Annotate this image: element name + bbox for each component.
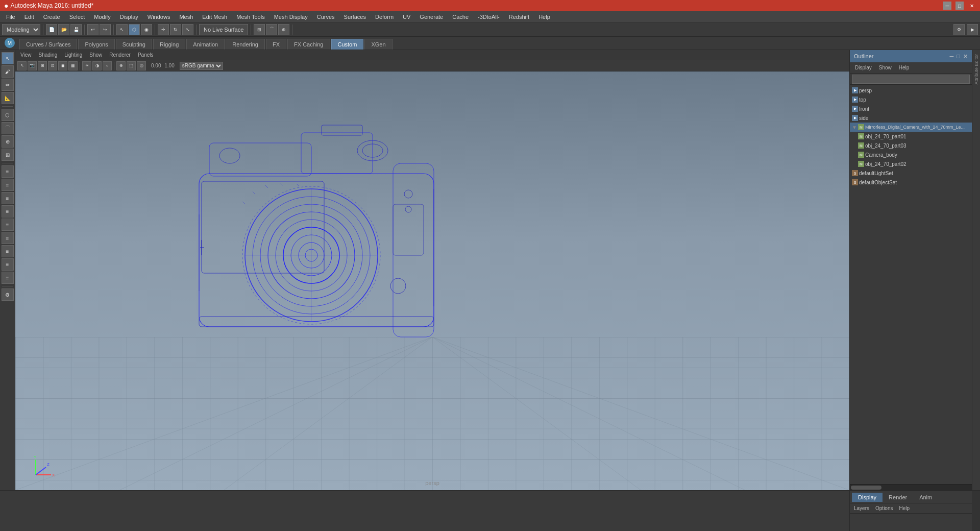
- menu-mesh-tools[interactable]: Mesh Tools: [232, 13, 268, 21]
- new-file-button[interactable]: 📄: [46, 24, 57, 35]
- panel-close-btn[interactable]: ✕: [963, 53, 968, 60]
- outliner-item-default-light-set[interactable]: S defaultLightSet: [850, 168, 972, 178]
- outliner-item-front[interactable]: ▶ front: [850, 104, 972, 113]
- panel-minimize-btn[interactable]: ─: [950, 53, 954, 60]
- viewport-menu-view[interactable]: View: [17, 52, 35, 58]
- menu-windows[interactable]: Windows: [143, 13, 175, 21]
- layer4[interactable]: ≡: [2, 205, 14, 218]
- menu-deform[interactable]: Deform: [371, 13, 398, 21]
- lasso-select-button[interactable]: ⬡: [129, 24, 140, 35]
- vp-select-btn[interactable]: ↖: [17, 61, 27, 70]
- outliner-item-part01[interactable]: M obj_24_70_part01: [850, 132, 972, 141]
- dp-menu-options[interactable]: Options: [873, 505, 895, 511]
- select-tool[interactable]: ↖: [2, 52, 14, 64]
- menu-cache[interactable]: Cache: [448, 13, 473, 21]
- outliner-item-persp[interactable]: ▶ persp: [850, 86, 972, 95]
- menu-redshift[interactable]: Redshift: [505, 13, 533, 21]
- outliner-item-part03[interactable]: M obj_24_70_part03: [850, 141, 972, 150]
- vp-frame-btn[interactable]: ⬚: [127, 61, 136, 70]
- vp-shadow-btn[interactable]: ◑: [92, 61, 102, 70]
- menu-edit-mesh[interactable]: Edit Mesh: [198, 13, 231, 21]
- snap-curve-button[interactable]: ⌒: [266, 24, 277, 35]
- dp-tab-render[interactable]: Render: [883, 493, 913, 502]
- menu-uv[interactable]: UV: [399, 13, 414, 21]
- workspace-dropdown[interactable]: Modeling: [2, 24, 40, 35]
- layer2[interactable]: ≡: [2, 179, 14, 191]
- move-tool-button[interactable]: ✛: [158, 24, 169, 35]
- layer9[interactable]: ≡: [2, 272, 14, 284]
- outliner-menu-display[interactable]: Display: [852, 64, 875, 71]
- save-file-button[interactable]: 💾: [70, 24, 82, 35]
- outliner-item-part02[interactable]: M obj_24_70_part02: [850, 159, 972, 168]
- undo-button[interactable]: ↩: [87, 24, 99, 35]
- dp-tab-display[interactable]: Display: [852, 493, 883, 502]
- colorspace-select[interactable]: sRGB gamma: [180, 62, 223, 70]
- outliner-menu-help[interactable]: Help: [896, 64, 913, 71]
- surface-tool[interactable]: ⊕: [2, 135, 14, 148]
- vp-manip-btn[interactable]: ⊕: [116, 61, 126, 70]
- vp-wire-btn[interactable]: ⊡: [48, 61, 57, 70]
- snap-grid-button[interactable]: ⊞: [254, 24, 265, 35]
- outliner-item-camera-model[interactable]: ▼ M Mirrorless_Digital_Camera_with_24_70…: [850, 123, 972, 132]
- tab-animation[interactable]: Animation: [186, 39, 225, 50]
- outliner-item-side[interactable]: ▶ side: [850, 113, 972, 123]
- sculpt-tool[interactable]: ✏: [2, 79, 14, 91]
- paint-select-button[interactable]: ◉: [141, 24, 152, 35]
- layer8[interactable]: ≡: [2, 258, 14, 271]
- tab-rigging[interactable]: Rigging: [153, 39, 185, 50]
- paint-tool[interactable]: 🖌: [2, 65, 14, 78]
- minimize-button[interactable]: ─: [943, 2, 951, 10]
- tab-rendering[interactable]: Rendering: [226, 39, 265, 50]
- close-button[interactable]: ✕: [968, 2, 976, 10]
- menu-modify[interactable]: Modify: [90, 13, 114, 21]
- tab-polygons[interactable]: Polygons: [78, 39, 114, 50]
- menu-create[interactable]: Create: [39, 13, 64, 21]
- tab-custom[interactable]: Custom: [331, 39, 364, 50]
- menu-generate[interactable]: Generate: [415, 13, 447, 21]
- vp-solid-btn[interactable]: ◼: [58, 61, 67, 70]
- menu-file[interactable]: File: [2, 13, 19, 21]
- menu-mesh[interactable]: Mesh: [175, 13, 197, 21]
- outliner-item-default-object-set[interactable]: S defaultObjectSet: [850, 178, 972, 187]
- scale-tool-button[interactable]: ⤡: [182, 24, 193, 35]
- vp-isolate-btn[interactable]: ◎: [137, 61, 146, 70]
- outliner-item-top[interactable]: ▶ top: [850, 95, 972, 104]
- curve-tool[interactable]: ⌒: [2, 122, 14, 134]
- vp-grid-btn[interactable]: ⊞: [38, 61, 47, 70]
- layer1[interactable]: ≡: [2, 165, 14, 178]
- settings-tool[interactable]: ⚙: [2, 288, 14, 301]
- menu-mesh-display[interactable]: Mesh Display: [270, 13, 312, 21]
- tab-curves-surfaces[interactable]: Curves / Surfaces: [19, 39, 77, 50]
- viewport-menu-lighting[interactable]: Lighting: [61, 52, 85, 58]
- vp-light-btn[interactable]: ☀: [82, 61, 91, 70]
- outliner-item-camera-body[interactable]: M Camera_body: [850, 150, 972, 159]
- menu-surfaces[interactable]: Surfaces: [340, 13, 370, 21]
- outliner-search-input[interactable]: [852, 75, 970, 84]
- tab-sculpting[interactable]: Sculpting: [116, 39, 152, 50]
- viewport-menu-panels[interactable]: Panels: [135, 52, 157, 58]
- render-settings-button[interactable]: ⚙: [953, 24, 965, 35]
- polygon-tool[interactable]: ⬡: [2, 109, 14, 121]
- render-button[interactable]: ▶: [967, 24, 978, 35]
- measure-tool[interactable]: 📐: [2, 92, 14, 104]
- layer7[interactable]: ≡: [2, 245, 14, 257]
- outliner-scroll-thumb[interactable]: [851, 486, 881, 490]
- panel-maximize-btn[interactable]: □: [957, 53, 960, 60]
- tab-fx[interactable]: FX: [266, 39, 286, 50]
- viewport-menu-show[interactable]: Show: [86, 52, 105, 58]
- deform-tool[interactable]: ⊞: [2, 149, 14, 161]
- viewport-menu-renderer[interactable]: Renderer: [106, 52, 134, 58]
- layer6[interactable]: ≡: [2, 232, 14, 244]
- select-tool-button[interactable]: ↖: [116, 24, 128, 35]
- layer3[interactable]: ≡: [2, 192, 14, 204]
- dp-tab-anim[interactable]: Anim: [913, 493, 938, 502]
- open-file-button[interactable]: 📂: [58, 24, 69, 35]
- tab-fx-caching[interactable]: FX Caching: [287, 39, 330, 50]
- menu-select[interactable]: Select: [65, 13, 89, 21]
- layer5[interactable]: ≡: [2, 219, 14, 231]
- main-viewport[interactable]: persp X Y Z: [15, 71, 849, 490]
- menu-edit[interactable]: Edit: [20, 13, 38, 21]
- vp-texture-btn[interactable]: ▦: [68, 61, 78, 70]
- outliner-menu-show[interactable]: Show: [876, 64, 895, 71]
- vp-xray-btn[interactable]: ○: [103, 61, 112, 70]
